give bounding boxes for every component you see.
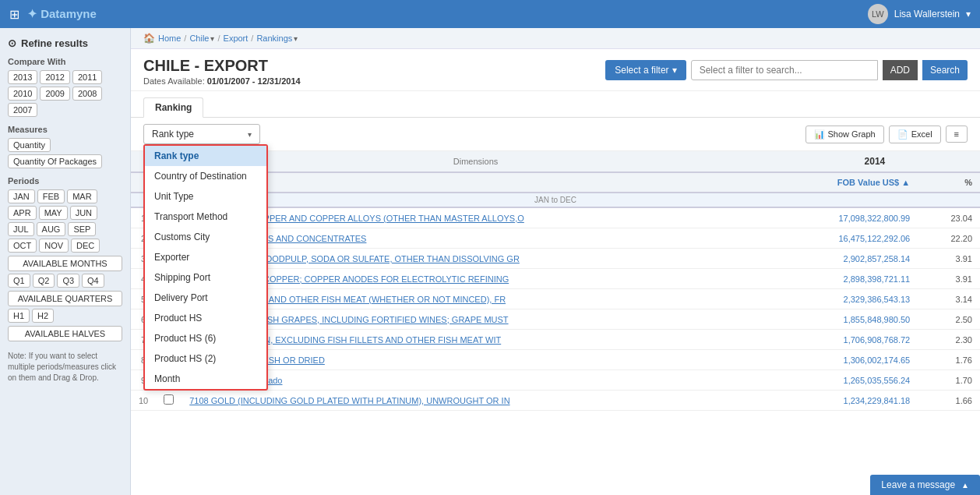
q4-btn[interactable]: Q4 bbox=[82, 274, 104, 288]
checkbox-cell[interactable] bbox=[156, 391, 182, 411]
available-quarters-btn[interactable]: AVAILABLE QUARTERS bbox=[8, 291, 122, 306]
dropdown-item-product-hs[interactable]: Product HS bbox=[145, 308, 266, 328]
dropdown-item-product-hs6[interactable]: Product HS (6) bbox=[145, 328, 266, 348]
pct-cell: 22.20 bbox=[918, 228, 980, 249]
header-left: CHILE - EXPORT Dates Available: 01/01/20… bbox=[143, 57, 301, 86]
pct-cell: 2.50 bbox=[918, 309, 980, 330]
month-aug-btn[interactable]: AUG bbox=[37, 222, 66, 236]
year-2010-btn[interactable]: 2010 bbox=[8, 87, 37, 101]
period-subheader: JAN to DEC bbox=[534, 196, 576, 204]
toolbar-left: Rank type ▾ Rank type Country of Destina… bbox=[143, 124, 260, 144]
year-header: 2014 bbox=[770, 151, 980, 172]
tab-ranking[interactable]: Ranking bbox=[143, 97, 203, 118]
breadcrumb-home[interactable]: Home bbox=[158, 34, 181, 43]
rankings-dropdown-arrow[interactable]: ▾ bbox=[294, 34, 298, 43]
table-row: 10 7108 GOLD (INCLUDING GOLD PLATED WITH… bbox=[131, 391, 980, 411]
dropdown-item-country[interactable]: Country of Destination bbox=[145, 166, 266, 186]
month-jan-btn[interactable]: JAN bbox=[8, 189, 35, 203]
user-dropdown-arrow[interactable]: ▾ bbox=[966, 9, 971, 19]
show-graph-btn[interactable]: 📊 Show Graph bbox=[806, 126, 884, 143]
q2-btn[interactable]: Q2 bbox=[33, 274, 55, 288]
pct-cell: 3.14 bbox=[918, 289, 980, 309]
available-halves-btn[interactable]: AVAILABLE HALVES bbox=[8, 326, 122, 341]
product-cell: 2603 COPPER ORES AND CONCENTRATES bbox=[182, 228, 770, 249]
list-options-btn[interactable]: ≡ bbox=[946, 126, 968, 143]
dimensions-header: Dimensions bbox=[182, 151, 770, 172]
search-btn[interactable]: Search bbox=[922, 60, 968, 80]
pct-cell: 23.04 bbox=[918, 207, 980, 228]
month-nov-btn[interactable]: NOV bbox=[39, 239, 69, 253]
h1-btn[interactable]: H1 bbox=[8, 309, 30, 323]
breadcrumb-export[interactable]: Export bbox=[224, 34, 249, 43]
dropdown-item-exporter[interactable]: Exporter bbox=[145, 247, 266, 267]
year-2009-btn[interactable]: 2009 bbox=[40, 87, 69, 101]
product-cell: 0304 FISH FILLETS AND OTHER FISH MEAT (W… bbox=[182, 289, 770, 309]
nav-left: ⊞ ✦ Datamyne bbox=[9, 7, 97, 22]
sidebar: ⊙ Refine results Compare With 2013 2012 … bbox=[0, 28, 131, 495]
product-link[interactable]: 7108 GOLD (INCLUDING GOLD PLATED WITH PL… bbox=[189, 396, 509, 405]
value-cell: 16,475,122,292.06 bbox=[770, 228, 918, 249]
leave-msg-arrow-icon: ▲ bbox=[961, 481, 969, 490]
month-feb-btn[interactable]: FEB bbox=[37, 189, 65, 203]
year-2012-btn[interactable]: 2012 bbox=[40, 70, 69, 84]
breadcrumb-rankings[interactable]: Rankings bbox=[256, 34, 292, 43]
page-header: CHILE - EXPORT Dates Available: 01/01/20… bbox=[131, 49, 980, 91]
value-cell: 1,706,908,768.72 bbox=[770, 330, 918, 350]
tabs-bar: Ranking bbox=[131, 91, 980, 118]
dropdown-item-shipping-port[interactable]: Shipping Port bbox=[145, 267, 266, 288]
value-cell: 1,855,848,980.50 bbox=[770, 309, 918, 330]
quarters-group: Q1 Q2 Q3 Q4 bbox=[8, 274, 122, 288]
dropdown-item-delivery-port[interactable]: Delivery Port bbox=[145, 288, 266, 308]
month-mar-btn[interactable]: MAR bbox=[67, 189, 97, 203]
rank-type-dropdown[interactable]: Rank type ▾ Rank type Country of Destina… bbox=[143, 124, 260, 144]
filter-search-input[interactable] bbox=[691, 60, 878, 80]
excel-btn[interactable]: 📄 Excel bbox=[889, 126, 941, 143]
filter-icon: ⊙ bbox=[8, 37, 16, 49]
year-2007-btn[interactable]: 2007 bbox=[8, 103, 37, 117]
dropdown-item-unit-type[interactable]: Unit Type bbox=[145, 186, 266, 207]
product-cell: 4703 CHEMICAL WOODPULP, SODA OR SULFATE,… bbox=[182, 249, 770, 269]
breadcrumb-chile[interactable]: Chile bbox=[189, 34, 209, 43]
sort-icon: ▲ bbox=[901, 178, 910, 187]
value-col-header[interactable]: FOB Value US$ ▲ bbox=[837, 178, 910, 187]
user-menu[interactable]: LW Lisa Wallerstein ▾ bbox=[868, 4, 971, 24]
rank-type-btn[interactable]: Rank type ▾ bbox=[143, 124, 260, 144]
month-jul-btn[interactable]: JUL bbox=[8, 222, 34, 236]
add-btn[interactable]: ADD bbox=[883, 60, 918, 80]
user-name: Lisa Wallerstein bbox=[894, 9, 960, 19]
q3-btn[interactable]: Q3 bbox=[57, 274, 79, 288]
year-2008-btn[interactable]: 2008 bbox=[72, 87, 102, 101]
h2-btn[interactable]: H2 bbox=[32, 309, 54, 323]
month-oct-btn[interactable]: OCT bbox=[8, 239, 37, 253]
months-group: JAN FEB MAR APR MAY JUN JUL AUG SEP OCT … bbox=[8, 189, 122, 253]
measure-quantity-btn[interactable]: Quantity bbox=[8, 138, 51, 152]
grid-icon[interactable]: ⊞ bbox=[9, 7, 19, 22]
leave-message-btn[interactable]: Leave a message ▲ bbox=[870, 475, 980, 495]
dates-available: Dates Available: 01/01/2007 - 12/31/2014 bbox=[143, 76, 301, 86]
chile-dropdown-arrow[interactable]: ▾ bbox=[210, 34, 214, 43]
measure-packages-btn[interactable]: Quantity Of Packages bbox=[8, 154, 102, 168]
dropdown-item-month[interactable]: Month bbox=[145, 369, 266, 389]
product-cell: 7403 REFINED COPPER AND COPPER ALLOYS (O… bbox=[182, 207, 770, 228]
year-2011-btn[interactable]: 2011 bbox=[72, 70, 102, 84]
year-2013-btn[interactable]: 2013 bbox=[8, 70, 37, 84]
product-cell: 2204 WINE OF FRESH GRAPES, INCLUDING FOR… bbox=[182, 309, 770, 330]
filter-arrow-icon: ▾ bbox=[672, 65, 677, 76]
home-icon: 🏠 bbox=[143, 33, 155, 44]
logo: ✦ Datamyne bbox=[27, 7, 97, 21]
dropdown-item-transport[interactable]: Transport Method bbox=[145, 207, 266, 227]
available-months-btn[interactable]: AVAILABLE MONTHS bbox=[8, 256, 122, 271]
row-checkbox[interactable] bbox=[164, 394, 174, 405]
month-sep-btn[interactable]: SEP bbox=[68, 222, 96, 236]
month-jun-btn[interactable]: JUN bbox=[70, 206, 97, 220]
month-may-btn[interactable]: MAY bbox=[39, 206, 68, 220]
value-cell: 2,329,386,543.13 bbox=[770, 289, 918, 309]
dropdown-item-customs-city[interactable]: Customs City bbox=[145, 227, 266, 247]
product-cell: 0025 NCM no declarado bbox=[182, 370, 770, 391]
month-apr-btn[interactable]: APR bbox=[8, 206, 37, 220]
select-filter-btn[interactable]: Select a filter ▾ bbox=[605, 60, 686, 80]
dropdown-item-product-hs2[interactable]: Product HS (2) bbox=[145, 348, 266, 369]
q1-btn[interactable]: Q1 bbox=[8, 274, 30, 288]
month-dec-btn[interactable]: DEC bbox=[71, 239, 100, 253]
dropdown-item-rank-type[interactable]: Rank type bbox=[145, 146, 266, 166]
